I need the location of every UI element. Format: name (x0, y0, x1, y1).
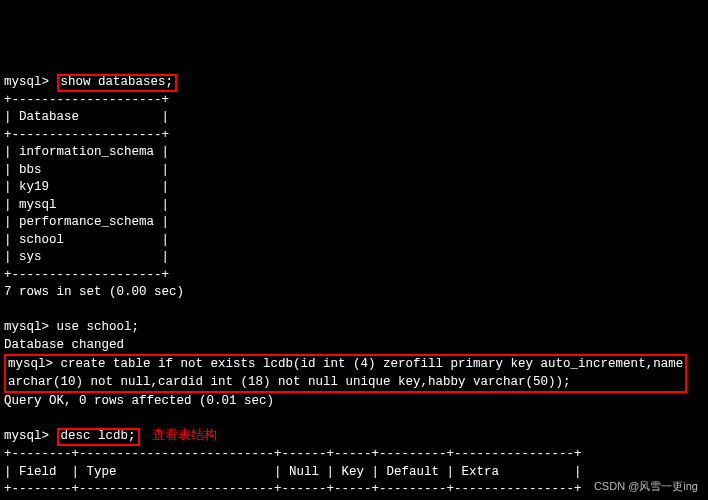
prompt: mysql> (4, 320, 49, 334)
table-border: +--------+--------------------------+---… (4, 447, 582, 461)
table-header: | Field | Type | Null | Key | Default | … (4, 465, 582, 479)
command-desc: desc lcdb; (57, 428, 140, 446)
table-row: | information_schema | (4, 145, 169, 159)
prompt: mysql> (4, 75, 49, 89)
table-row: | ky19 | (4, 180, 169, 194)
prompt: mysql> (8, 357, 53, 371)
db-changed: Database changed (4, 338, 124, 352)
create-line1: create table if not exists lcdb(id int (… (61, 357, 684, 371)
table-row: | sys | (4, 250, 169, 264)
table-header: | Database | (4, 110, 169, 124)
terminal-output: mysql> show databases; +----------------… (4, 74, 704, 500)
result-status: Query OK, 0 rows affected (0.01 sec) (4, 394, 274, 408)
command-show-databases: show databases; (57, 74, 178, 92)
table-border: +--------------------+ (4, 268, 169, 282)
table-row: | bbs | (4, 163, 169, 177)
table-border: +--------------------+ (4, 93, 169, 107)
command-create-table: mysql> create table if not exists lcdb(i… (4, 354, 687, 393)
table-row: | school | (4, 233, 169, 247)
table-row: | performance_schema | (4, 215, 169, 229)
command-use: use school; (57, 320, 140, 334)
prompt: mysql> (4, 429, 49, 443)
table-border: +--------+--------------------------+---… (4, 482, 582, 496)
watermark: CSDN @风雪一更ing (594, 479, 698, 494)
table-border: +--------------------+ (4, 128, 169, 142)
create-line2: archar(10) not null,cardid int (18) not … (8, 375, 571, 389)
table-row: | mysql | (4, 198, 169, 212)
annotation-text: 查看表结构 (152, 429, 217, 443)
result-status: 7 rows in set (0.00 sec) (4, 285, 184, 299)
